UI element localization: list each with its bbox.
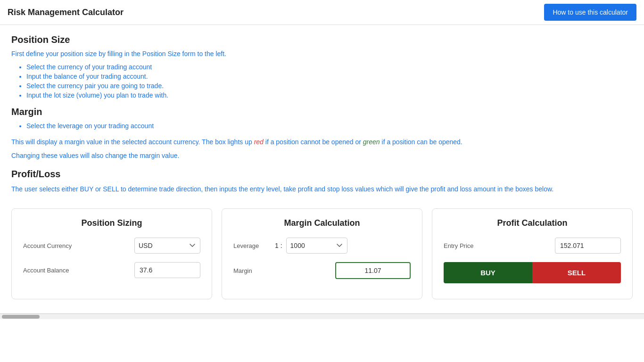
position-size-intro: First define your position size by filli… xyxy=(11,50,633,58)
margin-detail-text: This will display a margin value in the … xyxy=(11,137,633,147)
leverage-colon: 1 : xyxy=(275,242,282,249)
leverage-row: Leverage 1 : 100 200 500 1000 xyxy=(233,238,411,254)
account-balance-input[interactable] xyxy=(134,262,200,278)
sell-button[interactable]: SELL xyxy=(532,262,621,283)
bullet-3: Select the currency pair you are going t… xyxy=(26,82,633,90)
position-size-heading: Position Size xyxy=(11,34,633,45)
leverage-label: Leverage xyxy=(233,242,271,249)
position-sizing-panel: Position Sizing Account Currency USD EUR… xyxy=(11,208,212,299)
account-balance-row: Account Balance xyxy=(23,262,200,278)
margin-detail-part1: This will display a margin value in the … xyxy=(11,138,254,146)
scrollbar-thumb xyxy=(2,315,40,319)
calculators-row: Position Sizing Account Currency USD EUR… xyxy=(11,208,633,304)
bottom-scrollbar[interactable] xyxy=(0,313,644,319)
margin-row: Margin xyxy=(233,262,411,279)
margin-bullet-1: Select the leverage on your trading acco… xyxy=(26,122,633,130)
buy-button[interactable]: BUY xyxy=(444,262,532,283)
margin-detail-part3: if a position can be opened. xyxy=(380,138,462,146)
entry-price-label: Entry Price xyxy=(444,242,495,249)
main-content: Position Size First define your position… xyxy=(0,25,644,313)
changing-values-text: Changing these values will also change t… xyxy=(11,152,633,159)
bullet-4: Input the lot size (volume) you plan to … xyxy=(26,91,633,99)
account-balance-label: Account Balance xyxy=(23,267,75,274)
margin-bullet-text: Select the leverage on your trading acco… xyxy=(26,122,154,130)
page-title: Risk Management Calculator xyxy=(8,8,124,17)
margin-detail-part2: if a position cannot be opened or xyxy=(264,138,363,146)
account-currency-select[interactable]: USD EUR GBP JPY AUD xyxy=(134,238,200,254)
bullet-2: Input the balance of your trading accoun… xyxy=(26,73,633,80)
margin-input[interactable] xyxy=(335,262,411,279)
profit-loss-heading: Profit/Loss xyxy=(11,169,633,180)
bullet-1: Select the currency of your trading acco… xyxy=(26,63,633,71)
margin-label: Margin xyxy=(233,267,285,274)
margin-calculation-panel: Margin Calculation Leverage 1 : 100 200 … xyxy=(222,208,422,299)
margin-heading: Margin xyxy=(11,107,633,117)
margin-green-word: green xyxy=(363,138,380,146)
account-currency-row: Account Currency USD EUR GBP JPY AUD xyxy=(23,238,200,254)
profit-calculation-title: Profit Calculation xyxy=(444,218,621,228)
buy-sell-row: BUY SELL xyxy=(444,262,621,283)
position-size-bullets: Select the currency of your trading acco… xyxy=(11,63,633,99)
header: Risk Management Calculator How to use th… xyxy=(0,0,644,25)
margin-bullets: Select the leverage on your trading acco… xyxy=(11,122,633,130)
margin-red-word: red xyxy=(254,138,264,146)
margin-calculation-title: Margin Calculation xyxy=(233,218,411,228)
profit-calculation-panel: Profit Calculation Entry Price BUY SELL xyxy=(432,208,633,299)
profit-loss-section: Profit/Loss The user selects either BUY … xyxy=(11,169,633,194)
how-to-button[interactable]: How to use this calculator xyxy=(544,4,636,21)
entry-price-input[interactable] xyxy=(555,238,621,254)
position-sizing-title: Position Sizing xyxy=(23,218,200,228)
account-currency-label: Account Currency xyxy=(23,242,75,249)
margin-instructions-section: Margin Select the leverage on your tradi… xyxy=(11,107,633,159)
leverage-select[interactable]: 100 200 500 1000 xyxy=(286,238,347,254)
profit-loss-detail: The user selects either BUY or SELL to d… xyxy=(11,184,633,194)
entry-price-row: Entry Price xyxy=(444,238,621,254)
position-size-section: Position Size First define your position… xyxy=(11,34,633,99)
